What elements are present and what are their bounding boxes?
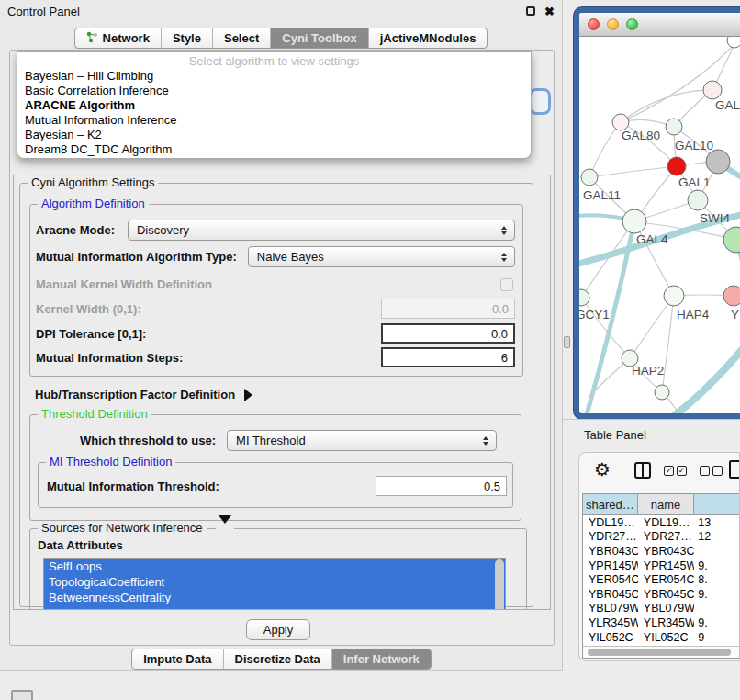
mi-threshold-definition-group: MI Threshold Definition Mutual Informati… [38,462,513,508]
mi-algorithm-type-combobox[interactable]: Naive Bayes [248,246,515,267]
tab-impute-data[interactable]: Impute Data [132,649,222,669]
table-cell: YBL079W [638,602,694,615]
table-cell: YDR27… [638,530,694,543]
hub-definition-expander[interactable]: Hub/Transcription Factor Definition [35,388,533,401]
tab-network[interactable]: Network [75,28,161,48]
network-window-titlebar[interactable] [579,13,740,37]
table-column-header[interactable]: name [638,494,694,514]
algorithm-dropdown-item[interactable]: Mutual Information Inference [17,113,531,128]
new-table-icon[interactable] [729,460,740,479]
table-cell: 12 [694,530,740,543]
table-column-header[interactable] [694,494,740,514]
table-cell: YLR345W [638,616,694,629]
table-column-header[interactable]: shared… [583,494,638,514]
tab-style[interactable]: Style [161,28,212,48]
select-all-columns-icon[interactable]: ✓✓ [664,466,687,476]
node-label: GAL80 [622,129,660,142]
kernel-width-field[interactable]: 0.0 [381,299,515,319]
table-row[interactable]: YIL052CYIL052C9 [583,630,740,645]
table-row[interactable]: YBL079WYBL079W [583,602,740,616]
data-attributes-list[interactable]: SelfLoopsTopologicalCoefficientBetweenne… [43,558,506,610]
table-cell: YBR045C [583,588,638,601]
close-icon[interactable]: ✖ [544,6,555,17]
dpi-tolerance-field[interactable]: 0.0 [381,323,515,344]
network-node[interactable] [723,227,740,253]
zoom-traffic-light-icon[interactable] [626,18,638,30]
table-row[interactable]: YDL19…YDL19…13 [583,515,740,530]
table-row[interactable]: YER054CYER054C8. [583,572,740,587]
algorithm-dropdown-item[interactable]: ARACNE Algorithm [17,98,531,113]
sources-collapse-arrow[interactable] [216,524,234,540]
dropdown-placeholder: Select algorithm to view settings [17,52,531,69]
data-attributes-label: Data Attributes [38,538,526,552]
float-window-icon[interactable] [526,6,535,16]
unselect-all-columns-icon[interactable] [700,466,723,476]
data-attribute-item[interactable]: BetweennessCentrality [44,590,505,605]
manual-kernel-checkbox[interactable] [500,278,513,291]
table-cell: YDL19… [583,516,638,529]
network-edge[interactable] [621,90,712,122]
splitter-handle[interactable] [564,336,570,348]
tab-infer-network[interactable]: Infer Network [331,649,431,669]
attribute-list-scrollbar[interactable] [495,559,504,610]
node-label: GAL1 [678,175,711,189]
settings-scrollpane: Cyni Algorithm Settings Algorithm Defini… [13,175,551,610]
manual-kernel-label: Manual Kernel Width Definition [36,277,212,291]
tab-discretize-data[interactable]: Discretize Data [223,649,331,669]
algorithm-dropdown-item[interactable]: Dream8 DC_TDC Algorithm [17,142,531,157]
network-edge-highlighted[interactable] [667,340,740,418]
threshold-definition-title: Threshold Definition [38,408,151,421]
apply-button[interactable]: Apply [246,619,310,640]
minimized-panel-icon[interactable] [11,690,33,700]
network-node[interactable] [655,385,669,400]
mi-type-label: Mutual Information Algorithm Type: [36,250,237,264]
aracne-mode-combobox[interactable]: Discovery [128,220,515,241]
tab-network-label: Network [103,31,150,45]
network-edge[interactable] [589,166,677,177]
network-node[interactable] [723,286,740,306]
network-canvas[interactable]: GALGAL80GAL10GAL1GAL11SWI4GAL4GCY1HAP4YH… [579,37,740,418]
network-edge[interactable] [589,122,621,177]
table-row[interactable]: YBR045CYBR045C9. [583,587,740,602]
network-node[interactable] [579,289,589,306]
tab-cyni-toolbox[interactable]: Cyni Toolbox [270,28,367,48]
column-browser-icon[interactable] [634,462,651,479]
table-row[interactable]: YDR27…YDR27…12 [583,530,740,545]
which-threshold-combobox[interactable]: MI Threshold [227,430,497,451]
network-node[interactable] [727,37,740,48]
node-label: GAL4 [636,232,668,246]
network-node[interactable] [666,119,682,135]
network-node[interactable] [622,209,646,233]
table-horizontal-scrollbar[interactable] [583,646,740,658]
network-node[interactable] [706,150,730,174]
gear-icon[interactable]: ⚙ [594,460,611,479]
threshold-definition-group: Threshold Definition Which threshold to … [29,414,521,521]
table-row[interactable]: YPR145WYPR145W9. [583,559,740,573]
node-label: GAL10 [675,139,713,152]
table-row[interactable]: YBR043CYBR043C [583,544,740,559]
node-label: SWI4 [700,211,730,225]
network-node[interactable] [667,157,686,175]
table-cell: YPR145W [583,559,638,572]
data-attribute-item[interactable]: TopologicalCoefficient [44,574,505,590]
network-node[interactable] [581,169,598,186]
mi-threshold-field[interactable]: 0.5 [376,476,507,496]
algorithm-dropdown-item[interactable]: Bayesian – K2 [17,128,531,142]
data-attribute-item[interactable]: gal4RGexp [44,605,505,610]
close-traffic-light-icon[interactable] [588,18,600,30]
table-row[interactable]: YLR345WYLR345W9. [583,615,740,630]
data-attribute-item[interactable]: SelfLoops [44,559,505,574]
tab-select[interactable]: Select [212,28,270,48]
mi-steps-label: Mutual Information Steps: [36,351,183,365]
network-node[interactable] [703,81,722,99]
control-panel-tabbar: Network Style Select Cyni Toolbox jActiv… [0,28,562,49]
algorithm-combobox-focus-ring[interactable] [529,88,551,115]
network-node[interactable] [664,286,684,306]
tab-jactivemnodules[interactable]: jActiveMNodules [368,28,488,48]
minimize-traffic-light-icon[interactable] [607,18,619,30]
algorithm-dropdown-item[interactable]: Basic Correlation Inference [17,84,531,98]
mi-steps-field[interactable]: 6 [381,347,515,367]
network-node[interactable] [688,190,708,210]
algorithm-dropdown-item[interactable]: Bayesian – Hill Climbing [17,69,531,84]
table-cell: YDR27… [583,530,638,543]
